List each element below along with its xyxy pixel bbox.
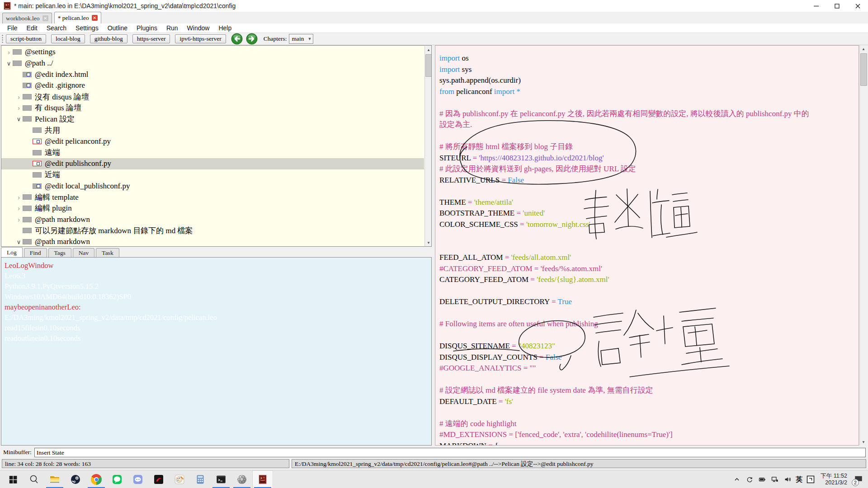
go-forward-button[interactable] xyxy=(246,33,258,45)
expand-arrow-icon[interactable]: › xyxy=(15,93,23,101)
taskbar-discord-icon[interactable] xyxy=(127,470,148,488)
toolbar-grip[interactable] xyxy=(1,34,4,43)
log-tab-log[interactable]: Log xyxy=(1,247,23,257)
menu-help[interactable]: Help xyxy=(217,24,233,32)
outline-item[interactable]: 可以另建節點存放 markdown 目錄下的 md 檔案 xyxy=(1,225,424,236)
menu-plugins[interactable]: Plugins xyxy=(135,24,159,32)
menu-edit[interactable]: Edit xyxy=(25,24,39,32)
outline-item[interactable]: @edit local_publishconf.py xyxy=(1,180,424,192)
menu-file[interactable]: File xyxy=(5,24,19,32)
minibuffer-input[interactable]: Insert State xyxy=(34,448,866,457)
tab-pelican-leo[interactable]: * pelican.leo ✕ xyxy=(54,12,101,23)
outline-item[interactable]: ›有 disqus 論壇 xyxy=(1,102,424,113)
tab-workbook-leo[interactable]: workbook.leo ✕ xyxy=(2,13,52,23)
network-icon[interactable] xyxy=(769,470,780,488)
close-button[interactable] xyxy=(847,0,868,12)
code-line: # Following items are often useful when … xyxy=(439,319,859,330)
expand-arrow-icon[interactable]: › xyxy=(15,104,23,112)
menu-search[interactable]: Search xyxy=(45,24,68,32)
outline-item[interactable]: ∨@path markdown xyxy=(1,236,424,247)
taskbar-leo-icon[interactable] xyxy=(252,470,273,488)
sync-icon[interactable] xyxy=(744,470,755,488)
taskbar-search-icon[interactable] xyxy=(24,470,44,488)
log-tab-find[interactable]: Find xyxy=(24,248,47,257)
maximize-button[interactable] xyxy=(826,0,847,12)
outline-item[interactable]: ›@settings xyxy=(1,47,424,58)
minimize-button[interactable] xyxy=(806,0,826,12)
taskbar-sphere-icon[interactable] xyxy=(231,470,252,488)
toolbar: script-buttonlocal-bloggithub-bloghttps-… xyxy=(0,33,868,45)
outline-item[interactable]: @edit index.html xyxy=(1,69,424,80)
scroll-down-icon[interactable]: ▼ xyxy=(425,239,432,246)
outline-scrollbar[interactable]: ▲ ▼ xyxy=(425,46,432,246)
taskbar-file-explorer-icon[interactable] xyxy=(44,470,65,488)
toolbar-button-local-blog[interactable]: local-blog xyxy=(51,34,85,43)
outline-item[interactable]: 近端 xyxy=(1,169,424,181)
toolbar-button-ipv6-https-server[interactable]: ipv6-https-server xyxy=(175,34,226,43)
code-line xyxy=(439,230,859,241)
outline-item-label: @edit publishconf.py xyxy=(45,159,111,168)
chapters-dropdown[interactable]: main ▼ xyxy=(289,34,313,44)
taskbar-chrome-icon[interactable] xyxy=(86,470,107,488)
expand-arrow-icon[interactable]: › xyxy=(15,216,23,223)
expand-arrow-icon[interactable]: › xyxy=(15,193,23,201)
outline-item[interactable]: 共用 xyxy=(1,125,424,136)
outline-item[interactable]: ›編輯 template xyxy=(1,192,424,203)
expand-arrow-icon[interactable]: › xyxy=(15,204,23,212)
log-tab-tags[interactable]: Tags xyxy=(48,248,71,257)
outline-item[interactable]: ›沒有 disqus 論壇 xyxy=(1,91,424,103)
tab-close-icon[interactable]: ✕ xyxy=(92,15,98,21)
scroll-down-icon[interactable]: ▼ xyxy=(860,438,867,446)
code-line: # 將所有靜態 html 檔案移到 blog 子目錄 xyxy=(439,141,859,153)
outline-pane[interactable]: ›@settings∨@path ../@edit index.html@edi… xyxy=(1,45,432,247)
scroll-up-icon[interactable]: ▲ xyxy=(425,46,432,53)
taskbar-start-icon[interactable] xyxy=(3,470,24,488)
scrollbar-thumb[interactable] xyxy=(860,53,867,86)
menu-outline[interactable]: Outline xyxy=(106,24,129,32)
log-pane[interactable]: LeoLogWindowLeo6.3Python3.9.1,PyQtversio… xyxy=(1,257,432,446)
editor-scrollbar[interactable]: ▲ ▼ xyxy=(859,45,867,446)
scrollbar-thumb[interactable] xyxy=(425,54,432,77)
menu-window[interactable]: Window xyxy=(185,24,212,32)
action-center-button[interactable]: 2 xyxy=(852,470,865,488)
chevron-up-icon[interactable] xyxy=(731,470,742,488)
code-line: DISQUS_SITENAME = "40823123" xyxy=(439,341,859,352)
expand-arrow-icon[interactable]: ∨ xyxy=(15,239,23,245)
input-language-indicator[interactable]: 英 xyxy=(796,475,802,484)
battery-icon[interactable] xyxy=(757,470,768,488)
taskbar-line-icon[interactable] xyxy=(107,470,127,488)
toolbar-button-script-button[interactable]: script-button xyxy=(6,34,46,43)
log-tab-nav[interactable]: Nav xyxy=(73,248,95,257)
toolbar-button-github-blog[interactable]: github-blog xyxy=(90,34,127,43)
outline-item[interactable]: @edit publishconf.py xyxy=(1,158,424,169)
expand-arrow-icon[interactable]: › xyxy=(5,48,13,56)
toolbar-button-https-server[interactable]: https-server xyxy=(132,34,170,43)
taskbar-clock[interactable]: 下午 11:52 2021/3/2 xyxy=(821,473,847,486)
node-icon-plain xyxy=(23,116,32,122)
taskbar-garena-icon[interactable] xyxy=(148,470,169,488)
tab-close-icon[interactable]: ✕ xyxy=(42,15,48,21)
outline-item[interactable]: ›編輯 plugin xyxy=(1,203,424,214)
taskbar-calculator-icon[interactable] xyxy=(190,470,211,488)
outline-item[interactable]: 遠端 xyxy=(1,147,424,158)
taskbar-steam-icon[interactable] xyxy=(65,470,86,488)
body-editor[interactable]: import osimport syssys.path.append(os.cu… xyxy=(435,45,859,446)
chevron-down-icon: ▼ xyxy=(308,37,312,41)
outline-item[interactable]: ∨@path ../ xyxy=(1,58,424,69)
expand-arrow-icon[interactable]: ∨ xyxy=(5,60,13,67)
go-back-button[interactable] xyxy=(231,33,243,45)
node-icon-body xyxy=(23,83,32,88)
expand-arrow-icon[interactable]: ∨ xyxy=(15,116,23,122)
scroll-up-icon[interactable]: ▲ xyxy=(860,45,867,52)
menu-run[interactable]: Run xyxy=(165,24,180,32)
outline-item[interactable]: @edit .gitignore xyxy=(1,80,424,91)
menu-settings[interactable]: Settings xyxy=(74,24,100,32)
taskbar-terminal-icon[interactable] xyxy=(211,470,231,488)
outline-item[interactable]: ∨Pelican 設定 xyxy=(1,113,424,125)
log-tab-task[interactable]: Task xyxy=(96,248,119,257)
outline-item[interactable]: @edit pelicanconf.py xyxy=(1,136,424,147)
taskbar-paint-icon[interactable] xyxy=(169,470,190,488)
ime-mode-icon[interactable] xyxy=(805,470,816,488)
volume-icon[interactable] xyxy=(782,470,793,488)
outline-item[interactable]: ›@path markdown xyxy=(1,214,424,225)
